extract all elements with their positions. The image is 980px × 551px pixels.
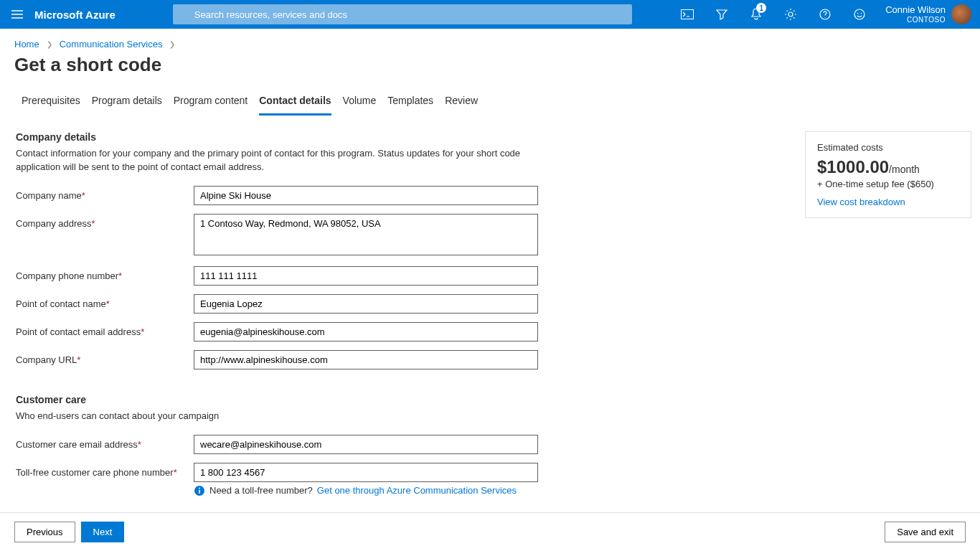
brand-label: Microsoft Azure xyxy=(34,9,116,21)
svg-rect-2 xyxy=(682,10,694,19)
care-email-label: Customer care email address* xyxy=(16,435,194,450)
tabs: Prerequisites Program details Program co… xyxy=(0,89,980,116)
page-title: Get a short code xyxy=(0,52,980,89)
care-section-desc: Who end-users can contact about your cam… xyxy=(16,410,532,423)
company-name-input[interactable] xyxy=(194,186,538,205)
tollfree-hint: Need a toll-free number? Get one through… xyxy=(194,485,776,496)
notification-badge: 1 xyxy=(756,3,766,13)
avatar[interactable] xyxy=(951,4,971,24)
cloud-shell-icon xyxy=(681,9,694,19)
help-icon xyxy=(819,9,831,20)
chevron-right-icon: ❯ xyxy=(47,40,52,48)
tab-contact-details[interactable]: Contact details xyxy=(259,89,331,116)
tab-templates[interactable]: Templates xyxy=(387,89,433,116)
chevron-right-icon: ❯ xyxy=(169,40,175,48)
svg-point-5 xyxy=(854,9,864,19)
breadcrumb-service[interactable]: Communication Services xyxy=(60,39,163,50)
topbar: Microsoft Azure 1 Connie Wilson CONTOSO xyxy=(0,0,980,29)
tab-program-content[interactable]: Program content xyxy=(174,89,248,116)
svg-point-7 xyxy=(861,13,862,14)
breadcrumb-home[interactable]: Home xyxy=(14,39,39,50)
gear-icon xyxy=(784,8,797,21)
settings-button[interactable] xyxy=(773,0,808,29)
svg-rect-9 xyxy=(199,489,200,493)
cloud-shell-button[interactable] xyxy=(670,0,705,29)
company-phone-label: Company phone number* xyxy=(16,266,194,281)
feedback-icon xyxy=(854,9,865,20)
poc-email-input[interactable] xyxy=(194,322,538,342)
save-exit-button[interactable]: Save and exit xyxy=(885,522,966,542)
svg-point-3 xyxy=(788,12,793,17)
notifications-button[interactable]: 1 xyxy=(739,0,773,29)
tollfree-input[interactable] xyxy=(194,463,538,482)
content: Company details Contact information for … xyxy=(0,116,980,519)
cost-price: $1000.00 xyxy=(817,157,889,176)
company-url-input[interactable] xyxy=(194,350,538,369)
user-block[interactable]: Connie Wilson CONTOSO xyxy=(885,4,946,24)
cost-title: Estimated costs xyxy=(817,142,959,153)
feedback-button[interactable] xyxy=(842,0,877,29)
hamburger-icon xyxy=(11,10,23,19)
cost-breakdown-link[interactable]: View cost breakdown xyxy=(817,197,905,207)
tenant-name: CONTOSO xyxy=(907,16,946,24)
company-address-label: Company address* xyxy=(16,214,194,229)
breadcrumb: Home ❯ Communication Services ❯ xyxy=(0,29,980,52)
company-phone-input[interactable] xyxy=(194,266,538,286)
menu-toggle[interactable] xyxy=(0,0,34,29)
help-button[interactable] xyxy=(808,0,842,29)
svg-point-6 xyxy=(857,13,859,14)
poc-name-label: Point of contact name* xyxy=(16,294,194,309)
cost-per: /month xyxy=(889,164,920,175)
info-icon xyxy=(194,485,205,496)
tab-prerequisites[interactable]: Prerequisites xyxy=(22,89,80,116)
poc-name-input[interactable] xyxy=(194,294,538,314)
company-name-label: Company name* xyxy=(16,186,194,201)
search-input[interactable] xyxy=(173,4,632,24)
cost-column: Estimated costs $1000.00/month + One-tim… xyxy=(805,131,971,519)
tollfree-hint-link[interactable]: Get one through Azure Communication Serv… xyxy=(317,485,517,496)
user-name: Connie Wilson xyxy=(885,4,946,16)
cost-card: Estimated costs $1000.00/month + One-tim… xyxy=(805,131,971,218)
svg-point-10 xyxy=(199,487,200,489)
previous-button[interactable]: Previous xyxy=(14,522,75,542)
care-section-title: Customer care xyxy=(16,394,776,405)
next-button[interactable]: Next xyxy=(81,522,125,542)
tab-program-details[interactable]: Program details xyxy=(92,89,162,116)
footer: Previous Next Save and exit xyxy=(0,512,980,551)
company-section-desc: Contact information for your company and… xyxy=(16,147,532,174)
directories-button[interactable] xyxy=(705,0,739,29)
company-address-input[interactable]: 1 Contoso Way, Redmond, WA 98052, USA xyxy=(194,214,538,255)
filter-icon xyxy=(716,9,727,20)
company-url-label: Company URL* xyxy=(16,350,194,365)
care-email-input[interactable] xyxy=(194,435,538,454)
company-section-title: Company details xyxy=(16,131,776,143)
tollfree-label: Toll-free customer care phone number* xyxy=(16,463,194,478)
tab-volume[interactable]: Volume xyxy=(343,89,377,116)
tab-review[interactable]: Review xyxy=(445,89,478,116)
topbar-actions: 1 Connie Wilson CONTOSO xyxy=(670,0,980,29)
form-column: Company details Contact information for … xyxy=(16,131,776,519)
poc-email-label: Point of contact email address* xyxy=(16,322,194,337)
tollfree-hint-text: Need a toll-free number? xyxy=(209,485,313,496)
cost-fee: + One-time setup fee ($650) xyxy=(817,179,959,189)
